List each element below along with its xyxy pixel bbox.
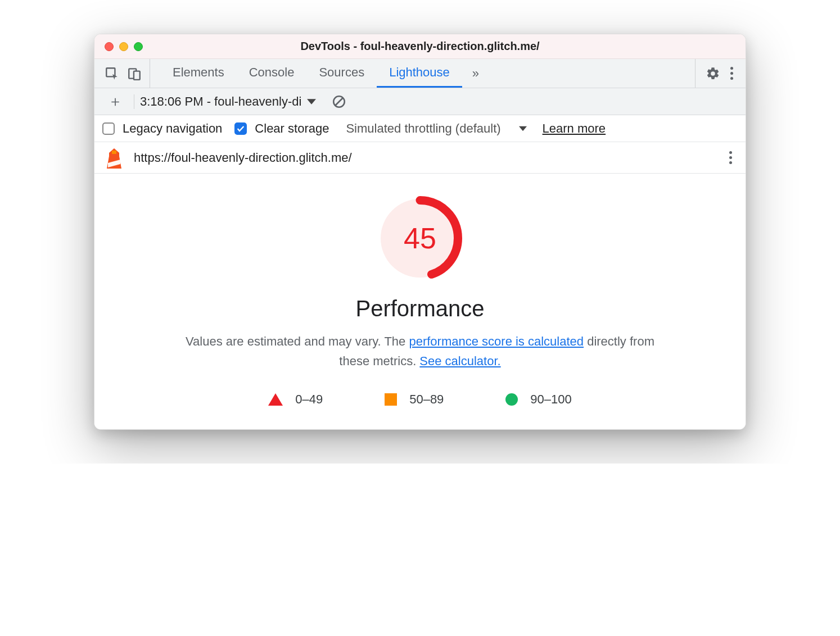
devtools-window: DevTools - foul-heavenly-direction.glitc…: [94, 34, 746, 430]
square-icon: [385, 393, 397, 406]
clear-storage-label: Clear storage: [255, 121, 329, 136]
tab-more[interactable]: »: [462, 59, 489, 88]
tabs: Elements Console Sources Lighthouse »: [160, 59, 489, 88]
throttling-label: Simulated throttling (default): [346, 121, 500, 136]
report-main: 45 Performance Values are estimated and …: [94, 174, 746, 429]
traffic-lights: [94, 42, 143, 51]
legend-range: 0–49: [295, 392, 323, 407]
tabbar-right-icons: [695, 59, 740, 88]
legend-range: 90–100: [530, 392, 571, 407]
lighthouse-icon: [105, 147, 124, 169]
gauge-score: 45: [378, 196, 462, 280]
close-button[interactable]: [105, 42, 114, 51]
minimize-button[interactable]: [119, 42, 128, 51]
gear-icon[interactable]: [706, 66, 720, 81]
window-title: DevTools - foul-heavenly-direction.glitc…: [94, 40, 746, 53]
report-subbar: ＋ 3:18:06 PM - foul-heavenly-di: [94, 88, 746, 115]
triangle-icon: [268, 393, 283, 406]
learn-more-link[interactable]: Learn more: [543, 121, 606, 136]
tabbar: Elements Console Sources Lighthouse »: [94, 59, 746, 88]
separator: [134, 94, 134, 109]
legend-pass: 90–100: [505, 392, 571, 407]
titlebar: DevTools - foul-heavenly-direction.glitc…: [94, 34, 746, 59]
report-label: 3:18:06 PM - foul-heavenly-di: [140, 94, 301, 109]
clear-storage-checkbox[interactable]: [234, 122, 247, 135]
performance-description: Values are estimated and may vary. The p…: [178, 331, 662, 371]
report-url: https://foul-heavenly-direction.glitch.m…: [134, 151, 716, 165]
chevron-down-icon: [307, 97, 316, 106]
gauge: 45: [378, 196, 462, 280]
performance-title: Performance: [356, 296, 485, 321]
performance-gauge: 45 Performance Values are estimated and …: [178, 196, 662, 407]
score-calc-link[interactable]: performance score is calculated: [409, 334, 584, 348]
legacy-navigation-checkbox[interactable]: [102, 122, 115, 135]
maximize-button[interactable]: [134, 42, 143, 51]
tabbar-left-icons: [100, 59, 150, 88]
tab-console[interactable]: Console: [237, 59, 307, 88]
url-bar: https://foul-heavenly-direction.glitch.m…: [94, 142, 746, 174]
report-menu-icon[interactable]: [726, 149, 735, 166]
svg-rect-2: [134, 71, 140, 79]
svg-rect-6: [112, 151, 116, 154]
score-legend: 0–49 50–89 90–100: [268, 392, 572, 407]
options-bar: Legacy navigation Clear storage Simulate…: [94, 115, 746, 142]
legend-range: 50–89: [409, 392, 444, 407]
legend-fail: 0–49: [268, 392, 323, 407]
new-report-button[interactable]: ＋: [102, 92, 128, 111]
tab-lighthouse[interactable]: Lighthouse: [377, 59, 462, 88]
see-calculator-link[interactable]: See calculator.: [419, 354, 500, 368]
tab-elements[interactable]: Elements: [160, 59, 237, 88]
inspect-element-icon[interactable]: [105, 66, 119, 81]
desc-text: Values are estimated and may vary. The: [186, 334, 409, 348]
device-toggle-icon[interactable]: [127, 66, 142, 81]
legacy-navigation-label: Legacy navigation: [123, 121, 222, 136]
more-options-icon[interactable]: [727, 65, 737, 82]
clear-icon[interactable]: [332, 94, 346, 109]
circle-icon: [505, 393, 518, 406]
tab-sources[interactable]: Sources: [306, 59, 377, 88]
throttling-dropdown-icon[interactable]: [519, 121, 527, 136]
legend-average: 50–89: [385, 392, 444, 407]
report-select[interactable]: 3:18:06 PM - foul-heavenly-di: [140, 94, 316, 109]
svg-line-4: [336, 98, 343, 105]
